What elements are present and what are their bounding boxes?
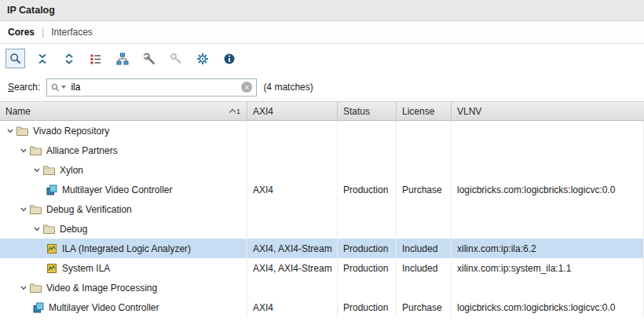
ip-icon bbox=[46, 243, 57, 254]
cell-vlnv bbox=[452, 160, 644, 180]
cell-axi4 bbox=[247, 160, 338, 180]
cell-license: Purchase bbox=[397, 180, 452, 199]
column-header-vlnv[interactable]: VLNV bbox=[452, 102, 644, 120]
table-body: Vivado RepositoryAlliance PartnersXylonM… bbox=[0, 121, 644, 321]
row-label: Debug bbox=[60, 224, 87, 235]
tab-separator: | bbox=[42, 27, 44, 38]
expander-icon[interactable] bbox=[20, 147, 27, 155]
column-header-axi4[interactable]: AXI4 bbox=[247, 102, 338, 120]
filter-icon bbox=[90, 53, 102, 65]
column-header-status[interactable]: Status bbox=[338, 102, 397, 120]
cell-name: Debug bbox=[0, 219, 247, 239]
row-label: Multilayer Video Controller bbox=[49, 302, 159, 313]
folder-icon bbox=[30, 283, 42, 293]
cell-license bbox=[397, 219, 452, 239]
cell-name: Multilayer Video Controller bbox=[0, 297, 247, 317]
cell-status bbox=[338, 199, 397, 219]
folder-icon bbox=[43, 224, 55, 234]
table-row[interactable]: Video & Image Processing bbox=[0, 278, 644, 297]
column-header-license[interactable]: License bbox=[397, 102, 452, 120]
table-row[interactable]: Multilayer Video ControllerAXI4Productio… bbox=[0, 297, 644, 317]
cell-license bbox=[397, 199, 452, 219]
cell-name: Alliance Partners bbox=[0, 140, 247, 160]
cell-vlnv: logicbricks.com:logicbricks:logicvc:0.0 bbox=[452, 180, 644, 199]
cell-axi4 bbox=[247, 121, 338, 140]
collapse-all-button[interactable] bbox=[32, 49, 52, 68]
expander-icon[interactable] bbox=[20, 284, 27, 292]
panel-title: IP Catalog bbox=[7, 5, 55, 16]
settings-gear-icon bbox=[196, 53, 209, 65]
cell-axi4: AXI4, AXI4-Stream bbox=[247, 239, 338, 258]
search-options-icon[interactable] bbox=[49, 83, 68, 92]
cell-name: Multilayer Video Controller bbox=[0, 180, 247, 199]
search-toggle-button[interactable] bbox=[5, 49, 25, 68]
cell-name: Debug & Verification bbox=[0, 199, 247, 219]
column-header-name[interactable]: Name 1 bbox=[0, 102, 247, 120]
tab-interfaces[interactable]: Interfaces bbox=[51, 27, 93, 38]
cell-vlnv bbox=[452, 219, 644, 239]
cell-axi4 bbox=[247, 219, 338, 239]
sort-order: 1 bbox=[236, 108, 240, 115]
cell-license: Purchase bbox=[397, 297, 452, 317]
expander-icon[interactable] bbox=[33, 166, 41, 174]
expand-all-icon bbox=[63, 53, 75, 65]
search-box: × bbox=[46, 78, 257, 97]
cell-license: Included bbox=[397, 239, 452, 258]
settings-button[interactable] bbox=[192, 49, 212, 68]
cell-name: Xylon bbox=[0, 160, 247, 180]
hierarchy-icon bbox=[116, 53, 129, 65]
table-row[interactable]: ILA (Integrated Logic Analyzer)AXI4, AXI… bbox=[0, 239, 644, 258]
row-label: System ILA bbox=[62, 263, 110, 274]
table-row[interactable]: Alliance Partners bbox=[0, 140, 644, 160]
ip-catalog-panel: IP Catalog Cores | Interfaces bbox=[0, 0, 644, 321]
cell-name: System ILA bbox=[0, 258, 247, 278]
folder-icon bbox=[43, 165, 55, 175]
expand-all-button[interactable] bbox=[59, 49, 79, 68]
table-row[interactable]: Vivado Repository bbox=[0, 121, 644, 140]
table-row[interactable]: System ILAAXI4, AXI4-StreamProductionInc… bbox=[0, 258, 644, 278]
cell-axi4: AXI4, AXI4-Stream bbox=[247, 258, 338, 278]
tab-bar: Cores | Interfaces bbox=[0, 21, 644, 44]
cell-vlnv: logicbricks.com:logicbricks:logicvc:0.0 bbox=[452, 297, 644, 317]
cell-axi4: AXI4 bbox=[247, 297, 338, 317]
cell-axi4 bbox=[247, 199, 338, 219]
cell-license bbox=[397, 278, 452, 297]
info-button[interactable] bbox=[219, 49, 239, 68]
tools-button[interactable] bbox=[139, 49, 159, 68]
clear-icon: × bbox=[244, 83, 249, 92]
hierarchy-button[interactable] bbox=[112, 49, 132, 68]
cell-name: ILA (Integrated Logic Analyzer) bbox=[0, 239, 247, 258]
cell-status bbox=[338, 219, 397, 239]
toolbar bbox=[0, 44, 644, 73]
cell-license bbox=[397, 140, 452, 160]
expander-icon[interactable] bbox=[33, 225, 41, 233]
cell-status: Production bbox=[338, 297, 397, 317]
table-row[interactable]: Xylon bbox=[0, 160, 644, 180]
cell-vlnv: xilinx.com:ip:ila:6.2 bbox=[452, 239, 644, 258]
folder-icon bbox=[30, 145, 42, 155]
expander-icon[interactable] bbox=[6, 127, 14, 135]
ip-icon bbox=[46, 184, 57, 195]
clear-search-button[interactable]: × bbox=[241, 82, 252, 93]
license-key-button[interactable] bbox=[166, 49, 185, 68]
folder-icon bbox=[16, 126, 28, 136]
table-header: Name 1 AXI4 Status License VLNV bbox=[0, 101, 644, 121]
cell-license bbox=[397, 160, 452, 180]
expander-icon[interactable] bbox=[20, 206, 27, 213]
search-label: Search: bbox=[8, 82, 40, 93]
filter-button[interactable] bbox=[86, 49, 105, 68]
ip-icon bbox=[46, 263, 57, 274]
cell-axi4: AXI4 bbox=[247, 180, 338, 199]
cell-vlnv bbox=[452, 121, 644, 140]
search-input[interactable] bbox=[68, 82, 241, 93]
search-row: Search: × (4 matches) bbox=[0, 73, 644, 101]
row-label: Vivado Repository bbox=[33, 126, 109, 137]
table-row[interactable]: Debug & Verification bbox=[0, 199, 644, 219]
tab-cores[interactable]: Cores bbox=[8, 27, 35, 38]
cell-name: Vivado Repository bbox=[0, 121, 247, 140]
table-row[interactable]: Debug bbox=[0, 219, 644, 239]
table-row[interactable]: Multilayer Video ControllerAXI4Productio… bbox=[0, 180, 644, 199]
cell-status bbox=[338, 278, 397, 297]
license-key-icon bbox=[170, 53, 182, 65]
cell-vlnv bbox=[452, 199, 644, 219]
